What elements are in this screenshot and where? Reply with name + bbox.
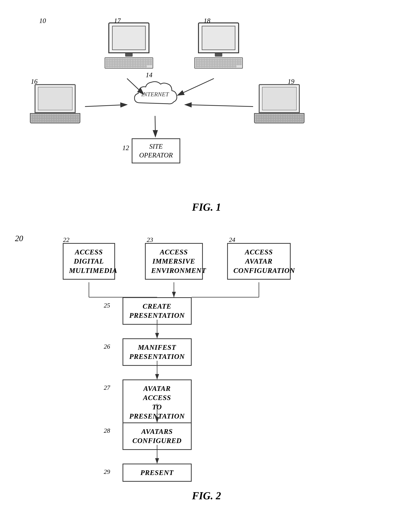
screen-inner-19	[262, 87, 297, 110]
flow-text-22: ACCESSDIGITALMULTIMEDIA	[69, 248, 117, 275]
ref-28: 28	[104, 427, 110, 434]
fig1-container: 10	[15, 11, 398, 217]
ref-17: 17	[114, 17, 121, 25]
monitor-17	[108, 22, 149, 53]
flow-box-27: AVATAR ACCESSTO PRESENTATION	[122, 380, 192, 426]
internet-cloud: INTERNET	[129, 77, 181, 115]
page: 10	[0, 0, 413, 532]
flow-box-28: AVATARSCONFIGURED	[122, 422, 192, 450]
svg-line-2	[177, 78, 214, 95]
ref-22: 22	[63, 236, 70, 243]
ref-16: 16	[31, 77, 37, 86]
flow-text-23: ACCESSIMMERSIVEENVIRONMENT	[151, 248, 206, 275]
screen-18	[202, 26, 235, 50]
cloud-svg: INTERNET	[129, 77, 181, 114]
flow-box-23: ACCESSIMMERSIVEENVIRONMENT	[145, 243, 203, 280]
ref-20: 20	[15, 234, 23, 243]
laptop-19	[254, 84, 304, 123]
svg-text:INTERNET: INTERNET	[141, 91, 169, 98]
flow-box-22: ACCESSDIGITALMULTIMEDIA	[63, 243, 115, 280]
flow-text-24: ACCESS AVATARCONFIGURATION	[233, 248, 295, 275]
flowchart: ACCESSDIGITALMULTIMEDIA 22 ACCESSIMMERSI…	[48, 228, 365, 527]
ref-26: 26	[104, 343, 110, 350]
ref-12: 12	[122, 144, 129, 152]
computer-17	[105, 22, 153, 69]
flow-text-26: MANIFESTPRESENTATION	[129, 343, 185, 361]
screen-17	[112, 26, 146, 50]
flow-text-25: CREATEPRESENTATION	[129, 302, 185, 319]
computer-18	[194, 22, 243, 69]
ref-25: 25	[104, 302, 110, 309]
fig2-container: 20 ACCESSDIGITALMULTIMEDIA 22 ACCESSIMME…	[15, 228, 398, 502]
screen-16	[35, 84, 76, 113]
svg-line-3	[85, 105, 127, 106]
keyboard-17	[105, 57, 153, 69]
svg-line-4	[185, 105, 253, 106]
ref-19: 19	[288, 77, 294, 86]
ref-14: 14	[146, 71, 152, 79]
flow-box-29: PRESENT	[122, 464, 192, 482]
fig1-caption: FIG. 1	[15, 201, 398, 213]
flow-box-26: MANIFESTPRESENTATION	[122, 338, 192, 366]
laptop-16	[30, 84, 80, 123]
stand-18	[215, 53, 222, 57]
ref-23: 23	[147, 236, 153, 243]
flow-text-28: AVATARSCONFIGURED	[132, 428, 182, 445]
site-operator-text: SITE OPERATOR	[139, 143, 173, 159]
stand-17	[125, 53, 133, 57]
monitor-18	[198, 22, 239, 53]
keyboard-18	[194, 57, 243, 69]
ref-18: 18	[204, 17, 210, 25]
screen-19	[259, 84, 300, 113]
flow-text-29: PRESENT	[140, 469, 174, 476]
ref-27: 27	[104, 384, 110, 391]
flow-text-27: AVATAR ACCESSTO PRESENTATION	[129, 385, 185, 420]
svg-line-5	[155, 116, 156, 137]
ref-24: 24	[229, 236, 235, 243]
site-operator-box: SITE OPERATOR	[132, 138, 180, 163]
ref-10: 10	[39, 17, 46, 25]
flow-box-25: CREATEPRESENTATION	[122, 297, 192, 325]
base-19	[254, 113, 304, 123]
screen-inner-16	[38, 87, 73, 110]
ref-29: 29	[104, 468, 110, 475]
flow-box-24: ACCESS AVATARCONFIGURATION	[227, 243, 291, 280]
base-16	[30, 113, 80, 123]
